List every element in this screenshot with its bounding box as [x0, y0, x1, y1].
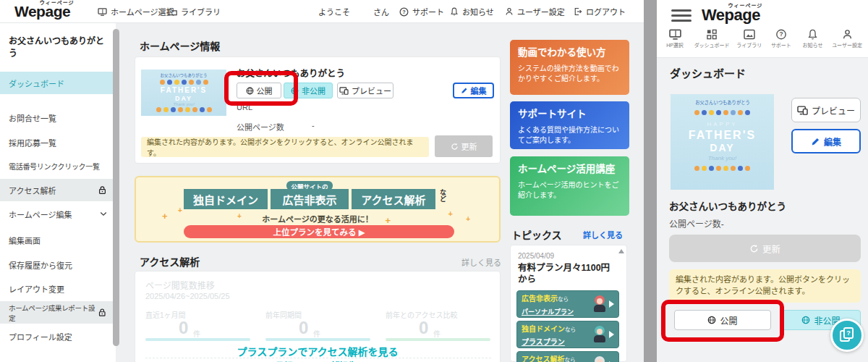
unpublish-button[interactable]: 非公開 — [284, 83, 333, 98]
publish-button[interactable]: 公開 — [674, 310, 771, 330]
globe-icon — [707, 316, 716, 324]
mobile-header: ウィーページ Wepage HP選択 ダッシュボード ライブラリ ? — [657, 0, 868, 58]
pencil-icon — [811, 137, 820, 146]
folder-icon — [168, 8, 177, 16]
nav-homepage-select[interactable]: ホームページ選択 — [98, 0, 174, 23]
homepage-info-title: ホームページ情報 — [140, 38, 220, 53]
desktop-view: ウィーページ Wepage ホームページ選択 ライブラリ ようこそ さん ? サ… — [0, 0, 644, 362]
homepage-course-card[interactable]: ホームページ活用講座 ホームページ活用のヒントをご紹介します。 — [510, 156, 629, 216]
nav-user-settings[interactable]: ユーザー設定 — [505, 0, 565, 23]
flower-dots — [694, 166, 750, 171]
logo-ruby: ウィーページ — [728, 1, 762, 9]
sidebar-item-analytics[interactable]: アクセス解析 — [0, 179, 116, 201]
stat-bar — [386, 338, 490, 341]
promo-chip-ads: 広告非表示 — [271, 189, 349, 209]
question-circle-icon: ? — [775, 29, 787, 40]
nav-dashboard[interactable]: ダッシュボード — [694, 29, 730, 49]
stat-unit: 件 — [433, 328, 441, 339]
video-guide-card[interactable]: 動画でわかる使い方 システムの操作方法を動画でわかりやすくご紹介します。 — [510, 40, 629, 95]
sidebar-item-dashboard[interactable]: ダッシュボード — [0, 72, 116, 94]
nav-library[interactable]: ライブラリ — [736, 29, 762, 49]
logout-icon — [574, 7, 582, 16]
mobile-icon-nav: HP選択 ダッシュボード ライブラリ ? サポート お知らせ — [658, 29, 867, 49]
globe-icon — [246, 87, 254, 95]
preview-button[interactable]: プレビュー — [791, 98, 861, 122]
edit-button[interactable]: 編集 — [453, 83, 494, 98]
sparkle: + — [178, 206, 182, 214]
analytics-card: ページ閲覧数推移 2025/04/26~2025/05/25 直近1ヶ月間 前年… — [135, 271, 501, 362]
sidebar-site-title: お父さんいつもありがとう — [0, 23, 116, 72]
preview-monitor-icon — [339, 87, 349, 95]
mobile-view: ウィーページ Wepage HP選択 ダッシュボード ライブラリ ? — [657, 0, 868, 362]
desktop-header: ウィーページ Wepage ホームページ選択 ライブラリ ようこそ さん ? サ… — [0, 0, 644, 23]
pages-count-value: - — [312, 121, 315, 130]
help-widget-button[interactable]: ? — [830, 319, 864, 352]
topic-banner-plus-plan-analytics[interactable]: アクセス解析なら プラスプラン — [516, 351, 619, 362]
nav-support[interactable]: ? サポート — [399, 0, 444, 23]
nav-news[interactable]: お知らせ — [801, 29, 825, 49]
nav-user-settings[interactable]: ユーザー設定 — [832, 29, 862, 49]
nav-logout[interactable]: ログアウト — [574, 0, 626, 23]
sidebar-item-applications[interactable]: 採用応募一覧 — [0, 131, 116, 153]
sidebar-item-phone-clicks[interactable]: 電話番号リンククリック一覧 — [0, 155, 116, 177]
sidebar-item-profile-settings[interactable]: プロフィール設定 — [0, 325, 116, 348]
topics-more-link[interactable]: 詳しく見る — [583, 229, 623, 240]
upgrade-promo-banner[interactable]: 公開サイトの 独自ドメイン 広告非表示 アクセス解析 など ホームページの更なる… — [135, 176, 501, 243]
monitor-icon — [669, 29, 681, 40]
update-button[interactable]: 更新 — [669, 235, 861, 262]
nav-hp-select[interactable]: HP選択 — [663, 29, 687, 49]
refresh-icon — [451, 143, 459, 151]
publish-button[interactable]: 公開 — [237, 83, 281, 98]
update-button[interactable]: 更新 — [435, 135, 493, 157]
lock-icon — [98, 185, 107, 195]
topic-banner-plus-plan-domain[interactable]: 独自ドメインなら プラスプラン — [516, 321, 619, 348]
url-label: URL — [237, 103, 252, 111]
sidebar-item-restore-history[interactable]: 保存履歴から復元 — [0, 253, 116, 276]
sidebar-item-report-settings[interactable]: ホームページ成果レポート設定 — [0, 301, 116, 324]
nav-news[interactable]: お知らせ — [450, 0, 494, 23]
nav-support[interactable]: ? サポート — [769, 29, 793, 49]
wepage-logo[interactable]: ウィーページ Wepage — [702, 6, 760, 25]
stat-label: 前年同期間 — [265, 309, 302, 320]
logo-ruby: ウィーページ — [40, 0, 75, 6]
help-doc-icon: ? — [840, 327, 854, 343]
sidebar-item-layout-change[interactable]: レイアウト変更 — [0, 277, 116, 300]
desktop-sidebar: お父さんいつもありがとう ダッシュボード お問合せ一覧 採用応募一覧 電話番号リ… — [0, 23, 116, 362]
stat-value: 0 — [299, 318, 308, 338]
chart-gridline — [145, 358, 491, 358]
svg-text:?: ? — [402, 8, 406, 14]
globe-icon — [291, 87, 299, 95]
preview-button[interactable]: プレビュー — [337, 83, 393, 98]
flower-dots — [156, 107, 212, 112]
hamburger-icon[interactable] — [671, 9, 692, 25]
sidebar-item-homepage-edit[interactable]: ホームページ編集 — [0, 203, 116, 225]
refresh-icon — [749, 244, 759, 253]
stat-bar — [145, 338, 250, 341]
chevron-down-icon — [100, 211, 107, 216]
plus-plan-upsell[interactable]: プラスプランでアクセス解析を見る — [135, 344, 500, 358]
edit-button[interactable]: 編集 — [791, 129, 861, 153]
nav-library[interactable]: ライブラリ — [168, 0, 221, 23]
sidebar-item-edit-screen[interactable]: 編集画面 — [0, 229, 116, 251]
scroll-up-icon[interactable] — [618, 249, 624, 253]
sparkle: + — [162, 211, 168, 222]
stat-value: 0 — [179, 318, 188, 338]
chart-title: ページ閲覧数推移 — [145, 279, 215, 291]
support-site-card[interactable]: サポートサイト よくある質問や操作方法についてご案内します。 — [510, 101, 629, 149]
analytics-more-link[interactable]: 詳しく見る — [461, 256, 501, 268]
sidebar-item-inquiries[interactable]: お問合せ一覧 — [0, 106, 116, 129]
screenshot-root: ウィーページ Wepage ホームページ選択 ライブラリ ようこそ さん ? サ… — [0, 0, 868, 362]
character-illustration — [592, 326, 607, 343]
topic-banner-personal-plan[interactable]: 広告非表示なら パーソナルプラン — [516, 290, 619, 318]
flower-dots — [160, 80, 208, 85]
bell-icon — [450, 7, 459, 16]
stat-unit: 件 — [313, 328, 320, 339]
bell-icon — [807, 29, 818, 40]
topic-headline: 有料プラン月々1100円から — [518, 262, 616, 286]
sparkle: + — [237, 212, 242, 220]
character-illustration — [592, 356, 607, 362]
wepage-logo[interactable]: ウィーページ Wepage — [14, 3, 70, 20]
see-upper-plans-button[interactable]: 上位プランを見てみる ▶ — [184, 225, 454, 238]
sidebar-scrollbar[interactable] — [113, 29, 119, 346]
stat-bar — [265, 338, 370, 341]
